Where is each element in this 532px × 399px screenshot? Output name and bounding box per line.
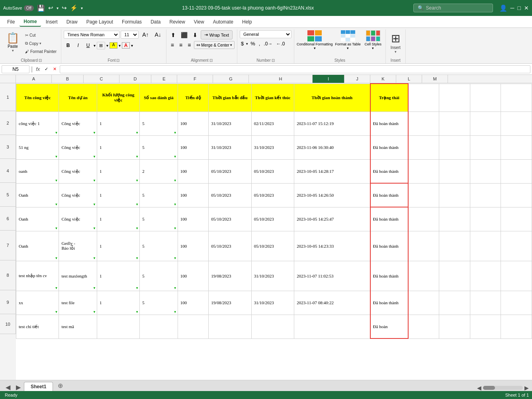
- cell-H7[interactable]: 2023-10-05 14:23:33: [294, 231, 370, 261]
- cell-G5[interactable]: 05/10/2023: [251, 183, 294, 207]
- header-cell-C1[interactable]: Khối lượng công việc: [97, 84, 139, 111]
- font-name-select[interactable]: Times New Roman: [64, 31, 119, 39]
- cell-M5[interactable]: [501, 183, 532, 207]
- row-header-10[interactable]: 10: [0, 314, 16, 334]
- cell-L8[interactable]: [470, 261, 501, 291]
- undo-dropdown-icon[interactable]: ▾: [57, 6, 59, 10]
- col-header-B[interactable]: B: [52, 75, 84, 83]
- cell-B5[interactable]: Công việc▼: [59, 183, 97, 207]
- cell-B10[interactable]: test mã: [59, 315, 97, 338]
- cell-M3[interactable]: [501, 135, 532, 159]
- percent-button[interactable]: %: [249, 40, 256, 47]
- cell-M2[interactable]: [501, 111, 532, 135]
- row-header-5[interactable]: 5: [0, 183, 16, 207]
- cell-K8[interactable]: [439, 261, 470, 291]
- cell-L1[interactable]: [470, 84, 501, 111]
- cell-E4[interactable]: 100: [178, 159, 209, 183]
- col-header-J[interactable]: J: [344, 75, 370, 83]
- col-header-H[interactable]: H: [249, 75, 313, 83]
- decrease-font-button[interactable]: A↓: [152, 30, 163, 39]
- cell-F10[interactable]: [209, 315, 251, 338]
- col-header-K[interactable]: K: [370, 75, 396, 83]
- cell-G10[interactable]: [251, 315, 294, 338]
- font-size-select[interactable]: 11: [121, 31, 139, 39]
- cell-M6[interactable]: [501, 207, 532, 231]
- cell-H4[interactable]: 2023-10-05 14:28:17: [294, 159, 370, 183]
- col-header-F[interactable]: F: [177, 75, 213, 83]
- col-header-C[interactable]: C: [84, 75, 119, 83]
- undo-icon[interactable]: ↩: [48, 4, 53, 12]
- insert-cells-button[interactable]: ⊞ Insert ▾: [388, 30, 403, 55]
- cell-G4[interactable]: 05/10/2023: [251, 159, 294, 183]
- cell-G2[interactable]: 02/11/2023: [251, 111, 294, 135]
- bold-button[interactable]: B: [64, 41, 72, 49]
- menu-formulas[interactable]: Formulas: [118, 18, 146, 26]
- cell-E2[interactable]: 100: [178, 111, 209, 135]
- cell-C6[interactable]: 1▼: [97, 207, 139, 231]
- align-center-button[interactable]: ≡: [177, 41, 184, 49]
- cell-H3[interactable]: 2023-11-06 16:30:40: [294, 135, 370, 159]
- cell-I7[interactable]: Đã hoàn thành: [370, 231, 408, 261]
- row-header-4[interactable]: 4: [0, 159, 16, 183]
- menu-view[interactable]: View: [190, 18, 208, 26]
- merge-center-button[interactable]: ⇔ Merge & Center ▾: [194, 41, 235, 49]
- cs-dropdown[interactable]: ▾: [372, 46, 374, 50]
- cell-C2[interactable]: 1▼: [97, 111, 139, 135]
- menu-insert[interactable]: Insert: [42, 18, 62, 26]
- header-cell-G1[interactable]: Thời gian kết thúc: [251, 84, 294, 111]
- cell-D10[interactable]: [140, 315, 178, 338]
- cell-D8[interactable]: 5▼: [140, 261, 178, 291]
- cell-J9[interactable]: [408, 291, 439, 315]
- paste-caret[interactable]: ▾: [12, 49, 14, 53]
- cell-A3[interactable]: 51 ng▼: [16, 135, 59, 159]
- cell-K3[interactable]: [439, 135, 470, 159]
- cell-L10[interactable]: [470, 315, 501, 338]
- cell-E3[interactable]: 100: [178, 135, 209, 159]
- cell-C8[interactable]: 1▼: [97, 261, 139, 291]
- number-format-select[interactable]: General: [240, 30, 291, 38]
- cell-K9[interactable]: [439, 291, 470, 315]
- cell-J8[interactable]: [408, 261, 439, 291]
- cell-A4[interactable]: oanh▼: [16, 159, 59, 183]
- format-painter-button[interactable]: 🖌 Format Painter: [23, 48, 59, 55]
- number-expand[interactable]: ⊡: [272, 58, 275, 63]
- cell-H8[interactable]: 2023-11-07 11:02:53: [294, 261, 370, 291]
- cell-H2[interactable]: 2023-11-07 15:12:19: [294, 111, 370, 135]
- increase-decimal-button[interactable]: .0→: [262, 40, 274, 47]
- header-cell-E1[interactable]: Tiến độ: [178, 84, 209, 111]
- menu-file[interactable]: File: [3, 18, 19, 26]
- dollar-button[interactable]: $: [240, 40, 245, 47]
- cell-F3[interactable]: 31/10/2023: [209, 135, 251, 159]
- add-sheet-button[interactable]: ⊕: [54, 380, 67, 391]
- header-cell-I1[interactable]: Trạng thái: [370, 84, 408, 111]
- font-color-button[interactable]: A: [122, 42, 130, 49]
- cell-E5[interactable]: 100: [178, 183, 209, 207]
- align-bottom-button[interactable]: ⬇: [191, 31, 200, 39]
- cell-I10[interactable]: Đã hoàn: [370, 315, 408, 338]
- format-as-table-button[interactable]: Format as Table ▾: [335, 30, 360, 50]
- cell-K4[interactable]: [439, 159, 470, 183]
- cut-button[interactable]: ✂ Cut: [23, 32, 59, 39]
- cell-C4[interactable]: 1▼: [97, 159, 139, 183]
- copy-button[interactable]: ⧉ Copy ▾: [23, 40, 59, 47]
- cell-E8[interactable]: 100: [178, 261, 209, 291]
- cell-K5[interactable]: [439, 183, 470, 207]
- cell-C9[interactable]: 1▼: [97, 291, 139, 315]
- dollar-dropdown[interactable]: ▾: [246, 42, 248, 46]
- col-header-L[interactable]: L: [396, 75, 422, 83]
- font-expand[interactable]: ⊡: [116, 58, 119, 63]
- cell-F7[interactable]: 05/10/2023: [209, 231, 251, 261]
- cell-E7[interactable]: 100: [178, 231, 209, 261]
- cell-I6[interactable]: Đã hoàn thành: [370, 207, 408, 231]
- formula-confirm-button[interactable]: ✓: [43, 66, 50, 72]
- clipboard-expand[interactable]: ⊡: [39, 58, 42, 63]
- underline-dropdown[interactable]: ▾: [94, 43, 96, 48]
- cell-M4[interactable]: [501, 159, 532, 183]
- menu-page-layout[interactable]: Page Layout: [82, 18, 117, 26]
- cell-H6[interactable]: 2023-10-05 14:25:47: [294, 207, 370, 231]
- cell-C10[interactable]: [97, 315, 139, 338]
- header-cell-H1[interactable]: Thời gian hoàn thành: [294, 84, 370, 111]
- wrap-text-button[interactable]: ⇥ Wrap Text: [201, 30, 233, 39]
- align-top-button[interactable]: ⬆: [169, 31, 178, 39]
- quick-access-icon[interactable]: ⚡: [70, 4, 78, 12]
